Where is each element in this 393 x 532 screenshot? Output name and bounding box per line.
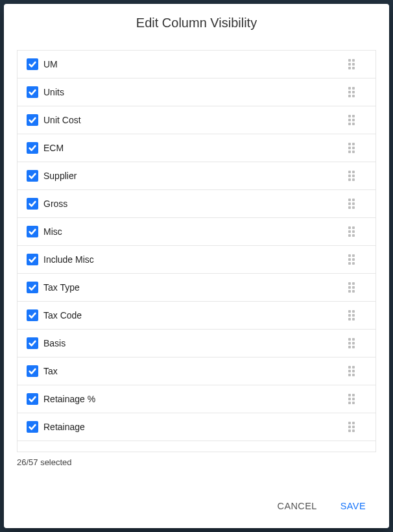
list-item: Retainage <box>18 413 375 441</box>
checkbox[interactable] <box>27 198 38 210</box>
list-item: Gross <box>18 190 375 218</box>
list-item: Unit Cost <box>18 106 375 134</box>
drag-handle-icon[interactable] <box>348 226 359 237</box>
item-label: Tax <box>43 366 348 376</box>
drag-handle-icon[interactable] <box>348 282 359 293</box>
drag-handle-icon[interactable] <box>348 171 359 181</box>
item-label: Include Misc <box>43 254 348 265</box>
checkbox[interactable] <box>27 86 38 98</box>
list-item: Tax <box>18 357 375 385</box>
drag-handle-icon[interactable] <box>348 199 359 209</box>
checkbox[interactable] <box>27 282 38 293</box>
drag-handle-icon[interactable] <box>348 422 359 432</box>
item-label: UM <box>43 59 348 69</box>
drag-handle-icon[interactable] <box>348 115 359 125</box>
checkbox[interactable] <box>27 337 38 349</box>
drag-handle-icon[interactable] <box>348 310 359 320</box>
item-label: Retainage <box>43 422 348 432</box>
drag-handle-icon[interactable] <box>348 59 359 69</box>
checkbox[interactable] <box>27 365 38 377</box>
list-item: Basis <box>18 330 375 357</box>
dialog-footer: CANCEL SAVE <box>17 497 376 519</box>
column-list-scroll[interactable]: UMUnitsUnit CostECMSupplierGrossMiscIncl… <box>17 50 376 452</box>
column-list: UMUnitsUnit CostECMSupplierGrossMiscIncl… <box>18 51 375 452</box>
save-button[interactable]: SAVE <box>338 497 368 515</box>
item-label: Tax Type <box>43 282 348 293</box>
item-label: Gross <box>43 199 348 209</box>
list-item: Tax Code <box>18 302 375 330</box>
drag-handle-icon[interactable] <box>348 366 359 376</box>
checkbox[interactable] <box>27 170 38 182</box>
checkbox[interactable] <box>27 393 38 405</box>
list-item: Tax Type <box>18 274 375 302</box>
list-item: UM <box>18 51 375 79</box>
item-label: Retainage % <box>43 394 348 404</box>
drag-handle-icon[interactable] <box>348 87 359 97</box>
selection-status: 26/57 selected <box>17 457 376 467</box>
checkbox[interactable] <box>27 309 38 321</box>
drag-handle-icon[interactable] <box>348 394 359 404</box>
list-item: Include Misc <box>18 246 375 274</box>
checkbox[interactable] <box>27 254 38 265</box>
drag-handle-icon[interactable] <box>348 143 359 153</box>
list-item: Retainage % <box>18 385 375 413</box>
checkbox[interactable] <box>27 58 38 70</box>
dialog-title: Edit Column Visibility <box>17 16 376 30</box>
list-item: Supplier <box>18 162 375 190</box>
checkbox[interactable] <box>27 226 38 237</box>
cancel-button[interactable]: CANCEL <box>275 497 320 515</box>
drag-handle-icon[interactable] <box>348 254 359 265</box>
item-label: Supplier <box>43 171 348 181</box>
checkbox[interactable] <box>27 114 38 126</box>
item-label: Misc <box>43 226 348 237</box>
drag-handle-icon[interactable] <box>348 338 359 348</box>
item-label: Unit Cost <box>43 115 348 125</box>
list-item: Units <box>18 79 375 106</box>
item-label: Tax Code <box>43 310 348 320</box>
checkbox[interactable] <box>27 142 38 154</box>
edit-column-visibility-dialog: Edit Column Visibility UMUnitsUnit CostE… <box>4 4 389 528</box>
item-label: ECM <box>43 143 348 153</box>
list-item: Misc <box>18 218 375 246</box>
item-label: Basis <box>43 338 348 348</box>
checkbox[interactable] <box>27 421 38 433</box>
item-label: Units <box>43 87 348 97</box>
list-item: ECM <box>18 134 375 162</box>
